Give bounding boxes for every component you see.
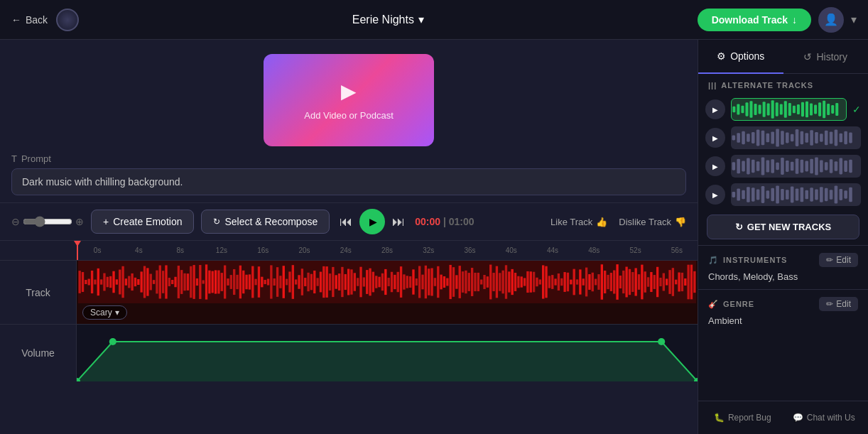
svg-rect-120: [446, 278, 448, 286]
svg-rect-183: [641, 265, 643, 300]
prompt-label-text: Prompt: [21, 153, 51, 164]
svg-rect-23: [146, 268, 148, 295]
options-icon: ⚙: [717, 50, 726, 62]
avatar-chevron-button[interactable]: ▾: [851, 13, 857, 26]
track-content[interactable]: Scary ▾: [77, 261, 698, 324]
plus-icon: +: [103, 216, 109, 227]
svg-rect-118: [440, 275, 442, 290]
track-title-button[interactable]: Eerie Nights ▾: [352, 13, 424, 26]
svg-rect-130: [477, 273, 479, 291]
svg-rect-148: [533, 272, 535, 293]
svg-rect-102: [391, 272, 393, 292]
select-recompose-button[interactable]: ↻ Select & Recompose: [201, 210, 330, 234]
alt-track-play-0[interactable]: ▶: [705, 99, 725, 119]
ruler-mark: 36s: [449, 246, 490, 254]
svg-point-203: [109, 338, 116, 345]
like-label: Like Track: [550, 217, 592, 227]
waveform-container: [77, 261, 698, 303]
skip-forward-button[interactable]: ⏭: [392, 215, 405, 229]
volume-label: Volume: [0, 325, 77, 381]
svg-rect-74: [304, 278, 306, 286]
svg-rect-12: [112, 271, 114, 293]
svg-rect-72: [298, 275, 300, 288]
header-right: Download Track ↓ 👤 ▾: [698, 7, 857, 33]
alt-track-play-3[interactable]: ▶: [705, 185, 725, 205]
svg-rect-28: [162, 271, 164, 293]
svg-rect-222: [801, 102, 804, 116]
svg-rect-229: [831, 105, 834, 114]
svg-rect-280: [849, 160, 852, 173]
svg-rect-34: [180, 270, 183, 294]
svg-rect-282: [737, 188, 740, 200]
svg-rect-60: [261, 277, 263, 288]
svg-rect-289: [771, 188, 774, 201]
svg-rect-197: [684, 278, 686, 286]
thumbs-down-icon: 👎: [675, 217, 686, 227]
create-emotion-button[interactable]: + Create Emotion: [91, 210, 194, 234]
alt-track-waveform-0[interactable]: [731, 98, 847, 121]
svg-rect-18: [131, 273, 133, 291]
svg-rect-260: [752, 160, 755, 173]
svg-rect-20: [137, 279, 139, 285]
get-new-tracks-button[interactable]: ↻ GET NEW TRACKS: [707, 215, 859, 239]
genre-tag-button[interactable]: Scary ▾: [82, 305, 127, 320]
svg-rect-11: [109, 276, 112, 288]
svg-rect-65: [276, 267, 278, 297]
svg-rect-195: [678, 273, 680, 292]
svg-rect-223: [805, 102, 808, 118]
svg-rect-95: [369, 268, 371, 296]
svg-rect-105: [400, 266, 402, 298]
svg-rect-237: [761, 131, 765, 146]
alt-track-waveform-3[interactable]: [731, 183, 861, 206]
chat-button[interactable]: 💬 Chat with Us: [786, 408, 863, 427]
svg-rect-264: [771, 159, 774, 173]
genre-edit-button[interactable]: ✏ Edit: [819, 297, 858, 311]
report-bug-button[interactable]: 🐛 Report Bug: [704, 408, 781, 427]
svg-rect-79: [320, 272, 322, 293]
alt-track-play-1[interactable]: ▶: [705, 128, 725, 148]
zoom-in-icon: ⊕: [75, 216, 84, 227]
svg-rect-208: [741, 106, 744, 114]
svg-rect-85: [338, 273, 340, 291]
tab-history[interactable]: ↺ History: [783, 40, 869, 73]
zoom-slider[interactable]: [23, 216, 72, 227]
svg-rect-297: [810, 188, 813, 201]
svg-rect-145: [523, 278, 526, 286]
svg-rect-221: [797, 104, 800, 114]
svg-rect-21: [141, 271, 143, 292]
svg-rect-249: [820, 134, 823, 141]
add-video-button[interactable]: ▶ Add Video or Podcast: [264, 54, 434, 146]
dislike-track-button[interactable]: Dislike Track 👎: [619, 217, 686, 227]
svg-rect-103: [394, 275, 396, 289]
avatar-button[interactable]: 👤: [818, 7, 844, 33]
download-track-button[interactable]: Download Track ↓: [698, 9, 811, 31]
chat-icon: 💬: [793, 413, 803, 423]
svg-rect-61: [264, 280, 266, 284]
like-track-button[interactable]: Like Track 👍: [550, 217, 607, 227]
ruler-mark: 16s: [242, 246, 283, 254]
svg-rect-246: [805, 133, 808, 143]
svg-rect-301: [830, 190, 833, 200]
svg-rect-89: [350, 269, 352, 294]
svg-rect-30: [168, 278, 170, 286]
play-button[interactable]: ▶: [359, 209, 385, 234]
track-row: Track Scary ▾: [0, 261, 698, 325]
svg-rect-225: [814, 105, 817, 114]
tab-options[interactable]: ⚙ Options: [698, 40, 783, 74]
svg-rect-218: [784, 101, 787, 118]
header-left: ← Back: [11, 9, 79, 31]
prompt-input[interactable]: [11, 168, 686, 195]
svg-rect-200: [693, 271, 695, 293]
alt-track-waveform-1[interactable]: [731, 126, 861, 149]
svg-rect-173: [610, 273, 612, 291]
skip-back-button[interactable]: ⏮: [340, 215, 352, 229]
back-button[interactable]: ← Back: [11, 14, 48, 26]
svg-rect-255: [849, 133, 852, 143]
dislike-label: Dislike Track: [619, 217, 671, 227]
alt-track-play-2[interactable]: ▶: [705, 156, 725, 176]
svg-rect-122: [452, 267, 455, 297]
alt-track-waveform-2[interactable]: [731, 155, 861, 178]
svg-rect-129: [474, 273, 476, 291]
instruments-edit-button[interactable]: ✏ Edit: [819, 253, 858, 267]
svg-rect-31: [171, 280, 173, 284]
